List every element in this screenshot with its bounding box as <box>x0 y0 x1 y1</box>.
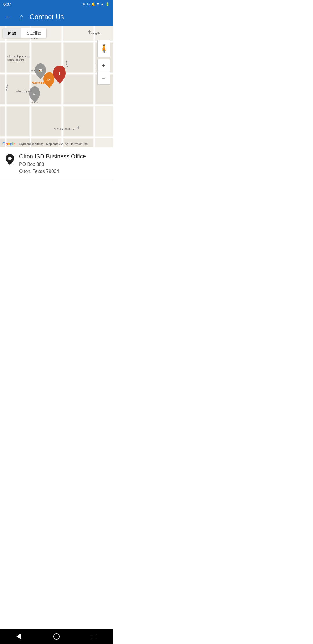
pegman-icon: 🧍 <box>99 44 109 54</box>
toolbar: ← ⌂ Contact Us <box>0 8 113 26</box>
street-label-aveC: Ave C <box>65 60 68 68</box>
map-controls: 🧍 + − <box>97 40 110 85</box>
school-district-label2: School District <box>7 59 24 61</box>
time-display: 6:37 <box>3 2 11 6</box>
school-pin-icon: 🏫 <box>39 69 42 72</box>
location-card: Olton ISD Business Office PO Box 388 Olt… <box>0 147 113 181</box>
svg-rect-11 <box>64 107 93 136</box>
stpeters-label: St Peters Catholic <box>54 128 75 131</box>
address-line2: Olton, Texas 79064 <box>19 169 59 174</box>
zoom-out-button[interactable]: − <box>97 72 110 85</box>
status-time: 6:37 <box>3 2 11 6</box>
svg-rect-10 <box>32 107 61 136</box>
pegman-button[interactable]: 🧍 <box>97 40 110 57</box>
church-icon-top: ✝ <box>88 30 91 35</box>
keyboard-shortcuts[interactable]: Keyboard shortcuts <box>18 142 43 146</box>
church-icon-bottom: ✝ <box>76 125 80 130</box>
map-container[interactable]: 6th St 8th St 9th St Ave C Avenue B Ave … <box>0 26 113 147</box>
notification-icon: 🔔 <box>91 2 95 6</box>
pin-svg <box>6 154 14 165</box>
location-pin-icon <box>5 154 15 165</box>
location-address: PO Box 388 Olton, Texas 79064 <box>19 161 86 175</box>
battery-icon: 🔋 <box>105 2 110 6</box>
map-tabs[interactable]: Map Satellite <box>3 28 46 38</box>
terms-of-use[interactable]: Terms of Use <box>71 142 88 146</box>
home-button[interactable]: ⌂ <box>16 13 27 21</box>
map-svg: 6th St 8th St 9th St Ave C Avenue B Ave … <box>0 26 113 147</box>
status-icons: ⚙ G 🔔 ▾ ▲ 🔋 <box>83 2 110 6</box>
google-icon: G <box>87 2 90 6</box>
page-title: Contact Us <box>30 13 110 21</box>
location-name: Olton ISD Business Office <box>19 153 86 160</box>
location-marker-label: 1 <box>59 72 60 75</box>
svg-rect-5 <box>0 75 29 104</box>
google-logo: Google <box>2 142 15 146</box>
location-info: Olton ISD Business Office PO Box 388 Olt… <box>19 153 86 175</box>
address-line1: PO Box 388 <box>19 162 44 167</box>
map-tab-satellite[interactable]: Satellite <box>21 28 46 38</box>
wifi-icon: ▾ <box>97 2 99 6</box>
zoom-in-button[interactable]: + <box>97 59 110 72</box>
svg-rect-3 <box>64 43 93 72</box>
signal-icon: ▲ <box>101 2 104 6</box>
svg-point-23 <box>8 157 12 160</box>
settings-icon: ⚙ <box>83 2 85 6</box>
livingfa-label: Living Fa <box>90 32 101 35</box>
barbeque-icon: 🍽 <box>47 78 50 81</box>
map-tab-map[interactable]: Map <box>3 28 21 38</box>
back-button[interactable]: ← <box>3 12 13 22</box>
svg-rect-7 <box>64 75 93 104</box>
school-district-label: Olton Independent <box>7 55 29 58</box>
street-label-aveG: Ave G <box>6 84 9 91</box>
svg-rect-9 <box>0 107 29 136</box>
map-data: Map data ©2022 <box>46 142 68 146</box>
map-attribution: Google Keyboard shortcuts Map data ©2022… <box>0 142 113 146</box>
city-hall-icon: 🏛 <box>33 93 36 96</box>
status-bar: 6:37 ⚙ G 🔔 ▾ ▲ 🔋 <box>0 0 113 8</box>
